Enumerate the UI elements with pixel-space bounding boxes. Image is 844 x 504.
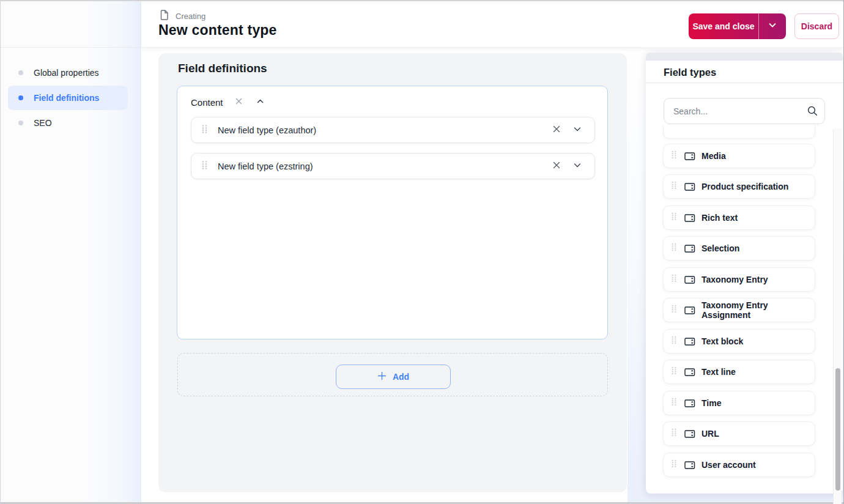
drag-handle-icon[interactable] [671, 428, 677, 439]
field-type-label: URL [701, 429, 719, 439]
field-type-label: Rich text [701, 213, 738, 223]
bullet-icon [18, 120, 23, 125]
field-definition-row[interactable]: New field type (ezstring) [191, 153, 595, 179]
field-type-item[interactable]: Media [663, 144, 815, 168]
field-type-label: Text block [701, 336, 743, 346]
field-type-icon [684, 244, 695, 253]
field-type-label: Taxonomy Entry [701, 275, 768, 284]
field-type-item[interactable]: Taxonomy Entry Assignment [663, 298, 815, 322]
field-type-item[interactable]: Selection [663, 236, 815, 261]
sidebar-divider [1, 47, 141, 48]
field-type-icon [684, 461, 695, 470]
document-icon [158, 9, 170, 23]
field-type-item[interactable]: Product specification [663, 174, 815, 199]
field-group-header: Content [191, 95, 266, 109]
save-split-button: Save and close [689, 13, 786, 39]
drag-handle-icon[interactable] [671, 459, 677, 470]
bullet-icon [18, 95, 23, 100]
field-type-icon [684, 429, 695, 439]
field-type-icon [684, 306, 695, 315]
bullet-icon [18, 70, 23, 75]
content-type-editor-window: Global properties Field definitions SEO … [0, 0, 844, 504]
collapse-group-button[interactable] [254, 95, 266, 109]
page-header: Creating New content type Save and close… [141, 1, 843, 48]
chevron-up-icon [256, 97, 265, 108]
field-type-item[interactable]: Text line [663, 360, 815, 384]
drag-handle-icon[interactable] [671, 336, 677, 347]
field-types-title: Field types [664, 67, 716, 78]
drag-handle-icon[interactable] [671, 212, 677, 223]
save-options-button[interactable] [759, 13, 786, 39]
sidebar-item-label: Field definitions [34, 93, 99, 103]
field-type-item[interactable]: Taxonomy Entry [663, 267, 815, 292]
close-icon [552, 160, 561, 172]
remove-field-button[interactable] [550, 159, 563, 173]
field-types-search-input[interactable] [664, 98, 825, 124]
sidebar-item-label: Global properties [34, 68, 99, 78]
field-type-label: Taxonomy Entry Assignment [701, 300, 815, 320]
drag-handle-icon[interactable] [671, 274, 677, 285]
field-type-label: User account [701, 460, 756, 470]
page-title: New content type [158, 22, 277, 39]
sidebar-item-seo[interactable]: SEO [8, 111, 128, 135]
close-icon [234, 97, 243, 108]
drag-handle-icon[interactable] [671, 366, 677, 377]
drag-handle-icon[interactable] [201, 124, 208, 136]
section-title: Field definitions [178, 62, 267, 75]
plus-icon [377, 371, 387, 382]
add-button-label: Add [393, 372, 409, 382]
field-type-icon [684, 337, 695, 346]
field-type-icon [684, 399, 695, 408]
field-type-item[interactable]: Time [663, 391, 815, 415]
field-type-icon [684, 182, 695, 191]
drag-handle-icon[interactable] [671, 305, 677, 316]
add-field-group-button[interactable]: Add [336, 365, 451, 389]
drag-handle-icon[interactable] [671, 150, 677, 161]
field-type-icon [684, 368, 695, 377]
field-type-label: Text line [701, 367, 736, 377]
remove-group-button[interactable] [233, 95, 245, 109]
field-type-item[interactable]: Text block [663, 329, 815, 354]
field-types-panel: Field types Media Product specification … [646, 53, 843, 494]
sidebar-item-field-definitions[interactable]: Field definitions [8, 86, 128, 110]
remove-field-button[interactable] [550, 123, 563, 137]
field-type-item[interactable]: URL [663, 421, 815, 446]
panel-header-divider [646, 83, 843, 83]
sidebar-item-global-properties[interactable]: Global properties [8, 61, 128, 85]
field-type-label: Time [701, 398, 721, 408]
close-icon [552, 124, 561, 136]
drag-handle-icon[interactable] [671, 398, 677, 409]
sidebar-item-label: SEO [34, 118, 52, 128]
field-type-icon [684, 213, 695, 223]
edit-mode-label: Creating [176, 12, 205, 21]
discard-button[interactable]: Discard [794, 13, 839, 39]
field-group-name: Content [191, 97, 223, 108]
field-type-icon [684, 275, 695, 284]
field-definition-label: New field type (ezstring) [218, 161, 550, 171]
field-type-label: Product specification [701, 182, 788, 191]
save-and-close-button[interactable]: Save and close [689, 13, 758, 39]
chevron-down-icon [572, 160, 582, 172]
add-group-dropzone: Add [177, 353, 608, 396]
panel-top-strip [646, 53, 843, 61]
drag-handle-icon[interactable] [201, 160, 208, 172]
anchor-sidebar: Global properties Field definitions SEO [1, 1, 141, 502]
field-type-item[interactable]: Rich text [663, 206, 815, 230]
field-type-item[interactable]: User account [663, 453, 815, 477]
field-group-content: Content [177, 86, 608, 339]
field-definition-row[interactable]: New field type (ezauthor) [191, 117, 595, 143]
expand-field-button[interactable] [571, 159, 583, 173]
drag-handle-icon[interactable] [671, 243, 677, 254]
chevron-down-icon [572, 124, 582, 136]
panel-scrollbar-thumb[interactable] [835, 368, 840, 491]
field-definition-label: New field type (ezauthor) [218, 125, 550, 135]
chevron-down-icon [768, 20, 777, 32]
field-type-icon [684, 152, 695, 161]
field-type-label: Selection [701, 243, 739, 253]
field-type-label: Media [701, 151, 726, 161]
expand-field-button[interactable] [571, 123, 583, 137]
panel-scrollbar-track[interactable] [833, 128, 842, 504]
field-definitions-section: Field definitions Content [158, 53, 627, 492]
drag-handle-icon[interactable] [671, 181, 677, 192]
field-type-item-partial[interactable] [663, 125, 815, 139]
